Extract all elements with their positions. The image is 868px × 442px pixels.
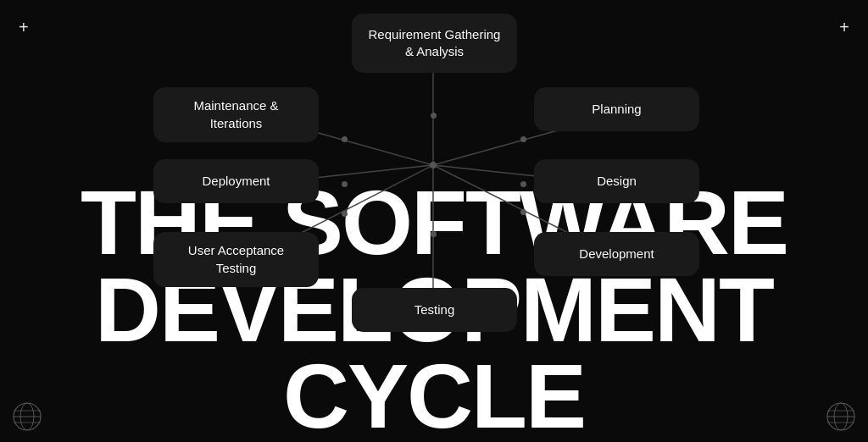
bottom-right-sphere xyxy=(826,401,856,432)
connector-dot-test xyxy=(431,231,437,237)
center-dot xyxy=(430,162,437,169)
box-deployment[interactable]: Deployment xyxy=(153,159,319,203)
connector-dot-plan xyxy=(520,136,526,142)
connector-dot-design xyxy=(520,181,526,187)
box-uat[interactable]: User Acceptance Testing xyxy=(153,232,319,287)
box-design[interactable]: Design xyxy=(534,159,699,203)
box-maintenance[interactable]: Maintenance & Iterations xyxy=(153,87,319,142)
box-requirement[interactable]: Requirement Gathering & Analysis xyxy=(352,14,517,73)
connector-dot-req xyxy=(431,113,437,119)
diagram-container: Requirement Gathering & Analysis Plannin… xyxy=(0,0,868,313)
bottom-left-sphere xyxy=(12,401,42,432)
box-planning[interactable]: Planning xyxy=(534,87,699,131)
box-development[interactable]: Development xyxy=(534,232,699,276)
connector-dot-maint xyxy=(342,136,348,142)
connector-dot-deploy xyxy=(342,181,348,187)
box-testing[interactable]: Testing xyxy=(352,288,517,332)
connector-dot-dev xyxy=(520,209,526,215)
connector-dot-uat xyxy=(342,211,348,217)
